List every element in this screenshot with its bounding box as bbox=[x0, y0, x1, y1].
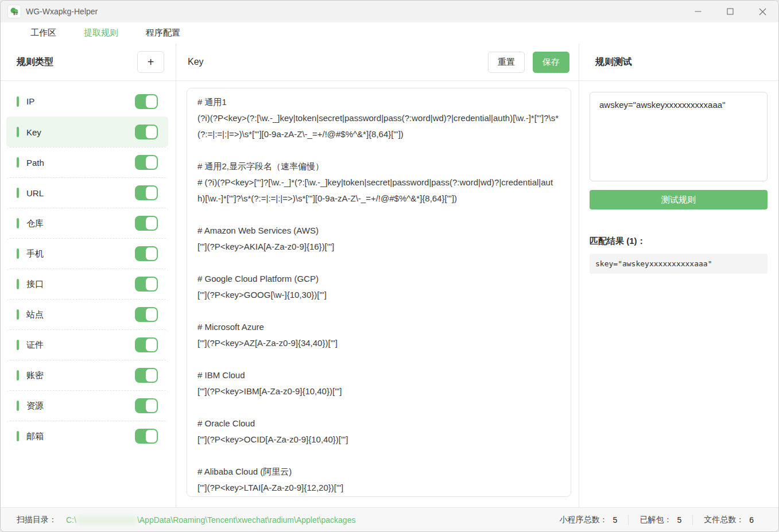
rule-accent-bar bbox=[17, 96, 19, 107]
rule-accent-bar bbox=[17, 401, 19, 411]
window-title: WG-Wxapkg-Helper bbox=[26, 7, 98, 16]
minimize-button[interactable] bbox=[682, 1, 714, 22]
rule-item[interactable]: 手机 bbox=[6, 238, 168, 269]
rule-label: 手机 bbox=[26, 248, 135, 259]
stat-item: 小程序总数： 5 bbox=[549, 515, 629, 525]
rule-accent-bar bbox=[17, 431, 19, 441]
rule-test-panel: 规则测试 awskey="awskeyxxxxxxxxxxaaa" 测试规则 匹… bbox=[579, 44, 778, 507]
scan-dir-label: 扫描目录： bbox=[17, 515, 57, 525]
add-rule-button[interactable]: + bbox=[137, 51, 164, 73]
rule-accent-bar bbox=[17, 340, 19, 350]
stat-label: 小程序总数： bbox=[560, 515, 608, 525]
stat-item: 文件总数： 6 bbox=[692, 515, 765, 525]
match-result-value: skey="awskeyxxxxxxxxxxaaa" bbox=[590, 254, 768, 274]
sidebar-title: 规则类型 bbox=[17, 56, 53, 68]
rule-toggle[interactable] bbox=[135, 429, 158, 444]
rule-toggle[interactable] bbox=[135, 125, 158, 139]
rule-accent-bar bbox=[17, 157, 19, 168]
stat-value: 5 bbox=[677, 515, 681, 525]
rule-toggle[interactable] bbox=[135, 185, 158, 200]
scan-path: C:\\AppData\Roaming\Tencent\xwechat\radi… bbox=[66, 515, 355, 525]
rule-label: 证件 bbox=[26, 340, 135, 351]
rule-accent-bar bbox=[17, 127, 19, 137]
tab[interactable]: 工作区 bbox=[30, 28, 56, 38]
editor-title: Key bbox=[188, 57, 204, 67]
stat-value: 5 bbox=[613, 515, 618, 525]
statusbar: 扫描目录： C:\\AppData\Roaming\Tencent\xwecha… bbox=[1, 507, 778, 531]
maximize-button[interactable] bbox=[714, 1, 746, 22]
sidebar-rule-types: 规则类型 + IP Key bbox=[1, 44, 176, 507]
rule-toggle[interactable] bbox=[135, 216, 158, 231]
rule-label: 账密 bbox=[26, 370, 135, 381]
rule-label: 邮箱 bbox=[26, 431, 135, 442]
rule-label: IP bbox=[26, 96, 135, 106]
titlebar: WG-Wxapkg-Helper bbox=[1, 1, 778, 22]
scan-path-prefix: C:\ bbox=[66, 515, 76, 525]
rule-list: IP Key Path bbox=[1, 81, 176, 456]
rule-item[interactable]: 站点 bbox=[6, 299, 168, 329]
rule-toggle[interactable] bbox=[135, 307, 158, 322]
rule-toggle[interactable] bbox=[135, 246, 158, 261]
app-window: WG-Wxapkg-Helper 工作区 提取规则 程序配置 规 bbox=[0, 0, 779, 532]
rule-label: 站点 bbox=[26, 309, 135, 320]
stat-label: 文件总数： bbox=[704, 515, 744, 525]
main-area: 规则类型 + IP Key bbox=[1, 44, 778, 507]
rule-item[interactable]: 证件 bbox=[6, 329, 168, 360]
tab[interactable]: 提取规则 bbox=[84, 28, 118, 38]
match-result-title: 匹配结果 (1)： bbox=[590, 236, 768, 247]
app-icon bbox=[8, 5, 21, 18]
rule-accent-bar bbox=[17, 370, 19, 380]
rule-item[interactable]: 账密 bbox=[6, 360, 168, 390]
stat-item: 已解包： 5 bbox=[628, 515, 692, 525]
rule-label: URL bbox=[26, 188, 135, 198]
test-rule-button[interactable]: 测试规则 bbox=[590, 190, 768, 209]
close-button[interactable] bbox=[746, 1, 778, 22]
tabbar: 工作区 提取规则 程序配置 bbox=[1, 22, 778, 44]
rule-accent-bar bbox=[17, 218, 19, 228]
tab[interactable]: 程序配置 bbox=[146, 28, 180, 38]
rule-accent-bar bbox=[17, 188, 19, 198]
rule-item[interactable]: 仓库 bbox=[6, 208, 168, 238]
rule-toggle[interactable] bbox=[135, 155, 158, 170]
test-input[interactable]: awskey="awskeyxxxxxxxxxxaaa" bbox=[590, 92, 768, 181]
rule-label: Path bbox=[26, 158, 135, 168]
rule-item[interactable]: 资源 bbox=[6, 390, 168, 421]
rule-item[interactable]: URL bbox=[6, 177, 168, 208]
tester-title: 规则测试 bbox=[595, 56, 632, 68]
rule-item[interactable]: IP bbox=[6, 86, 168, 117]
rule-item[interactable]: Key bbox=[6, 117, 168, 147]
stats: 小程序总数： 5 已解包： 5 文件总数： 6 bbox=[549, 515, 765, 525]
rule-accent-bar bbox=[17, 248, 19, 259]
rule-accent-bar bbox=[17, 279, 19, 289]
rule-toggle[interactable] bbox=[135, 398, 158, 413]
rule-label: 资源 bbox=[26, 401, 135, 411]
rule-item[interactable]: 邮箱 bbox=[6, 421, 168, 451]
rule-toggle[interactable] bbox=[135, 368, 158, 383]
stat-label: 已解包： bbox=[640, 515, 672, 525]
rule-accent-bar bbox=[17, 309, 19, 320]
reset-button[interactable]: 重置 bbox=[488, 52, 525, 73]
rule-label: 仓库 bbox=[26, 218, 135, 229]
rule-label: 接口 bbox=[26, 279, 135, 290]
rule-item[interactable]: 接口 bbox=[6, 269, 168, 299]
redacted-path-segment bbox=[77, 515, 137, 525]
scan-path-suffix: \AppData\Roaming\Tencent\xwechat\radium\… bbox=[137, 515, 356, 525]
rule-label: Key bbox=[26, 127, 135, 137]
rule-item[interactable]: Path bbox=[6, 147, 168, 177]
rule-toggle[interactable] bbox=[135, 337, 158, 352]
rule-toggle[interactable] bbox=[135, 94, 158, 109]
rule-content-editor[interactable]: # 通用1 (?i)(?P<key>(?:[\w.-_]key|token|se… bbox=[187, 88, 571, 497]
stat-value: 6 bbox=[749, 515, 754, 525]
rule-editor-panel: Key 重置 保存 # 通用1 (?i)(?P<key>(?:[\w.-_]ke… bbox=[176, 44, 579, 507]
rule-toggle[interactable] bbox=[135, 277, 158, 292]
save-button[interactable]: 保存 bbox=[533, 52, 569, 73]
